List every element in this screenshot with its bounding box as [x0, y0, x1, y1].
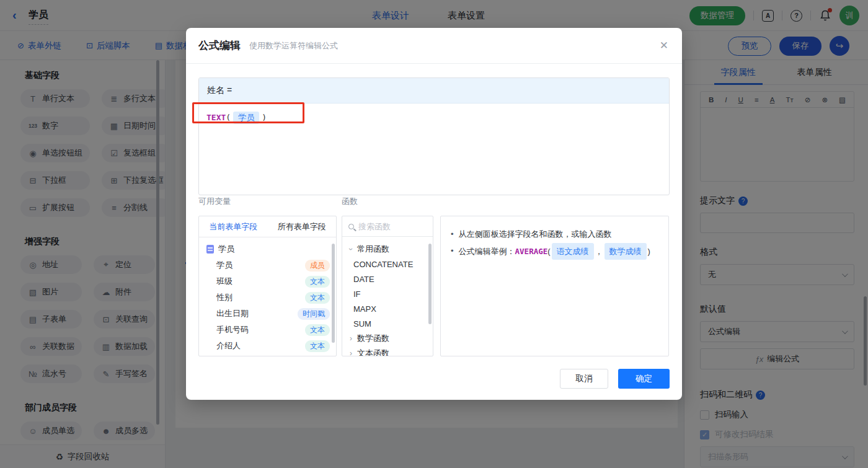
type-badge: 文本 [305, 340, 330, 352]
function-item[interactable]: IF [342, 286, 433, 301]
function-name: CONCATENATE [353, 260, 413, 269]
functions-panel: ›常用函数 CONCATENATE DATE IF MAPX SUM ›数学函数… [342, 216, 433, 356]
type-badge: 文本 [305, 292, 330, 304]
confirm-button[interactable]: 确定 [618, 369, 670, 389]
field-chip: 语文成绩 [552, 243, 594, 260]
close-paren: ) [648, 247, 650, 256]
functions-scrollbar[interactable] [428, 244, 432, 324]
cancel-button[interactable]: 取消 [560, 369, 608, 389]
form-node-label: 学员 [218, 244, 330, 255]
modal-header: 公式编辑 使用数学运算符编辑公式 ✕ [186, 28, 682, 64]
field-chip: 数学成绩 [604, 243, 647, 260]
variable-row[interactable]: 学员成员 [199, 257, 336, 273]
function-search-input[interactable] [358, 222, 420, 231]
variable-row[interactable]: 性别文本 [199, 289, 336, 306]
tip-example-prefix: 公式编辑举例： [459, 247, 515, 256]
type-badge: 文本 [305, 276, 330, 288]
function-item[interactable]: DATE [342, 272, 433, 286]
function-group-math[interactable]: ›数学函数 [342, 331, 433, 346]
tab-all-form-fields[interactable]: 所有表单字段 [268, 216, 337, 237]
bullet: • [451, 226, 454, 242]
type-badge: 时间戳 [298, 308, 330, 320]
function-name: DATE [353, 275, 374, 284]
function-group-text[interactable]: ›文本函数 [342, 346, 433, 356]
function-search[interactable] [342, 216, 433, 237]
group-label: 文本函数 [357, 348, 389, 356]
variable-name: 手机号码 [216, 324, 305, 335]
chevron-right-icon: › [346, 349, 356, 356]
formula-edit-modal: 公式编辑 使用数学运算符编辑公式 ✕ 姓名 = TEXT(学员) 可用变量 函数… [186, 28, 682, 400]
type-badge: 成员 [305, 260, 330, 272]
variable-row[interactable]: 手机号码文本 [199, 322, 336, 338]
chevron-down-icon: › [347, 244, 355, 254]
chevron-right-icon: › [346, 334, 356, 343]
tip-text: 从左侧面板选择字段名和函数，或输入函数 [459, 226, 612, 242]
function-item[interactable]: CONCATENATE [342, 257, 433, 272]
formula-function-name: TEXT [206, 113, 226, 122]
bullet: • [451, 243, 454, 258]
function-item[interactable]: MAPX [342, 301, 433, 316]
open-paren: ( [547, 247, 550, 256]
tip-example: 公式编辑举例：AVERAGE(语文成绩，数学成绩) [459, 243, 650, 260]
field-chip[interactable]: 学员 [233, 112, 259, 124]
tip-line-example: • 公式编辑举例：AVERAGE(语文成绩，数学成绩) [451, 243, 658, 260]
comma: ， [595, 247, 603, 256]
function-group-common[interactable]: ›常用函数 [342, 242, 433, 257]
example-function-name: AVERAGE [515, 247, 548, 256]
variable-row[interactable]: 班级文本 [199, 273, 336, 289]
modal-title: 公式编辑 [198, 38, 241, 53]
group-label: 数学函数 [357, 333, 389, 344]
tip-line: • 从左侧面板选择字段名和函数，或输入函数 [451, 226, 658, 242]
close-paren: ) [262, 113, 267, 122]
function-name: MAPX [353, 304, 376, 314]
formula-target: 姓名 = [199, 78, 669, 104]
variables-label: 可用变量 [198, 196, 231, 207]
form-doc-icon [206, 245, 214, 254]
search-icon [348, 224, 354, 229]
tab-current-form-fields[interactable]: 当前表单字段 [199, 216, 268, 237]
function-item[interactable]: SUM [342, 316, 433, 331]
variable-row[interactable]: 出生日期时间戳 [199, 306, 336, 322]
app-screen: ‹ 学员 表单设计 表单设置 数据管理 A ? 训 ⊘ 表单外链 [0, 0, 868, 468]
variables-scrollbar[interactable] [332, 244, 335, 343]
type-badge: 文本 [305, 324, 330, 336]
modal-subtitle: 使用数学运算符编辑公式 [249, 40, 338, 51]
open-paren: ( [226, 113, 231, 122]
function-name: SUM [353, 319, 371, 329]
tips-panel: • 从左侧面板选择字段名和函数，或输入函数 • 公式编辑举例：AVERAGE(语… [440, 216, 669, 356]
variable-name: 学员 [216, 260, 305, 271]
variable-row[interactable]: 介绍人文本 [199, 338, 336, 354]
function-name: IF [353, 289, 361, 299]
formula-expression[interactable]: TEXT(学员) [199, 104, 669, 132]
close-icon[interactable]: ✕ [660, 39, 668, 52]
group-label: 常用函数 [357, 244, 389, 255]
form-node[interactable]: 学员 [199, 241, 336, 257]
functions-label: 函数 [342, 196, 358, 207]
variable-name: 介绍人 [216, 340, 305, 351]
variables-panel: 当前表单字段 所有表单字段 学员 学员成员 班级文本 性别文本 出生日期时间戳 … [198, 216, 337, 356]
formula-editor[interactable]: 姓名 = TEXT(学员) [198, 77, 670, 195]
variable-name: 出生日期 [216, 308, 298, 319]
variable-name: 性别 [216, 292, 305, 303]
variable-name: 班级 [216, 276, 305, 287]
